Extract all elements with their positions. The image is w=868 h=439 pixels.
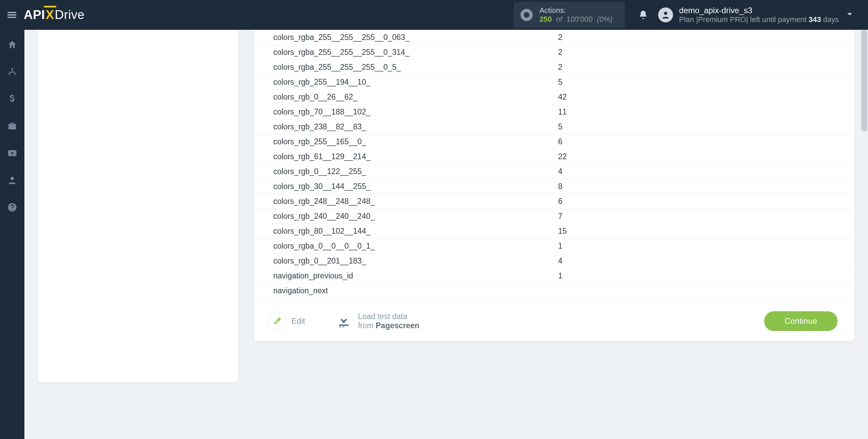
user-name: demo_apix-drive_s3 — [679, 6, 839, 15]
table-row: navigation_previous_id1 — [254, 268, 854, 283]
svg-point-4 — [11, 177, 14, 180]
field-key: colors_rgb_238__82__83_ — [273, 122, 558, 131]
page-content: colors_rgba_255__255__255__0_063_2colors… — [24, 30, 868, 439]
table-row: colors_rgb_255__194__10_5 — [254, 75, 854, 89]
field-key: colors_rgba_255__255__255__0_314_ — [273, 48, 558, 57]
field-key: colors_rgb_240__240__240_ — [273, 212, 558, 221]
help-icon[interactable] — [5, 201, 19, 214]
fields-table: colors_rgba_255__255__255__0_063_2colors… — [254, 30, 854, 298]
data-panel: colors_rgba_255__255__255__0_063_2colors… — [254, 30, 854, 341]
svg-rect-2 — [526, 13, 527, 14]
field-key: colors_rgb_80__102__144_ — [273, 227, 558, 236]
actions-label: Actions: — [539, 6, 613, 15]
logo[interactable]: APIXDrive — [24, 8, 84, 22]
logo-api: API — [24, 8, 45, 22]
table-row: colors_rgba_255__255__255__0_314_2 — [254, 45, 854, 60]
field-key: colors_rgba_255__255__255__0_5_ — [273, 63, 558, 72]
table-row: colors_rgb_30__144__255_8 — [254, 179, 854, 194]
table-row: colors_rgb_248__248__248_6 — [254, 194, 854, 209]
pencil-icon — [268, 312, 287, 331]
field-value: 6 — [558, 137, 563, 146]
field-value: 2 — [558, 63, 563, 72]
edit-label: Edit — [292, 317, 305, 326]
youtube-icon[interactable] — [5, 146, 19, 160]
actions-percent: (0%) — [597, 15, 612, 23]
field-key: colors_rgb_30__144__255_ — [273, 182, 558, 191]
field-value: 22 — [558, 152, 567, 161]
topbar: APIXDrive Actions: 250 of 100'000 (0%) d… — [0, 0, 868, 30]
home-icon[interactable] — [5, 38, 19, 51]
actions-text: Actions: 250 of 100'000 (0%) — [539, 6, 613, 24]
field-value: 4 — [558, 256, 563, 266]
field-value: 15 — [558, 227, 567, 236]
sidebar — [0, 30, 24, 439]
table-row: colors_rgb_80__102__144_15 — [254, 224, 854, 238]
scrollbar[interactable] — [861, 30, 867, 131]
field-value: 4 — [558, 167, 563, 176]
avatar-icon — [658, 7, 673, 22]
svg-rect-1 — [526, 14, 527, 16]
field-value: 5 — [558, 122, 563, 131]
logo-drive: Drive — [55, 8, 85, 22]
field-value: 1 — [558, 271, 563, 280]
load-line2: from Pagescreen — [358, 321, 420, 330]
continue-button[interactable]: Continue — [764, 311, 837, 331]
field-value: 42 — [558, 92, 567, 102]
table-row: colors_rgb_240__240__240_7 — [254, 209, 854, 224]
menu-toggle[interactable] — [0, 0, 24, 30]
svg-point-3 — [664, 12, 667, 15]
user-menu[interactable]: demo_apix-drive_s3 Plan |Premium PRO| le… — [653, 6, 868, 24]
field-key: colors_rgb_0__122__255_ — [273, 167, 558, 176]
download-icon — [336, 312, 352, 330]
field-key: colors_rgb_248__248__248_ — [273, 197, 558, 206]
panel-footer: Edit Load test data from Pagescreen Cont… — [254, 301, 854, 331]
field-key: colors_rgb_0__26__62_ — [273, 92, 558, 102]
field-value: 2 — [558, 33, 563, 42]
logo-x: X — [45, 8, 55, 22]
table-row: colors_rgb_61__129__214_22 — [254, 149, 854, 164]
table-row: colors_rgba_255__255__255__0_063_2 — [254, 30, 854, 45]
table-row: navigation_next — [254, 283, 854, 298]
actions-of: of — [556, 15, 562, 23]
field-key: colors_rgba_255__255__255__0_063_ — [273, 33, 558, 42]
load-line1: Load test data — [358, 312, 420, 321]
chevron-down-icon — [845, 9, 854, 20]
table-row: colors_rgba_0__0__0__0_1_1 — [254, 238, 854, 253]
info-icon — [520, 9, 533, 21]
table-row: colors_rgb_0__201__183_4 — [254, 253, 854, 268]
account-icon[interactable] — [5, 173, 19, 187]
field-value: 6 — [558, 197, 563, 206]
billing-icon[interactable] — [5, 92, 19, 106]
table-row: colors_rgb_0__26__62_42 — [254, 89, 854, 104]
field-key: colors_rgba_0__0__0__0_1_ — [273, 242, 558, 251]
field-key: navigation_next — [273, 286, 558, 295]
field-key: colors_rgb_255__194__10_ — [273, 78, 558, 87]
field-value: 8 — [558, 182, 563, 191]
briefcase-icon[interactable] — [5, 119, 19, 133]
field-key: colors_rgb_61__129__214_ — [273, 152, 558, 161]
user-plan-line: Plan |Premium PRO| left until payment 34… — [679, 15, 839, 24]
table-row: colors_rgba_255__255__255__0_5_2 — [254, 60, 854, 75]
field-value: 2 — [558, 48, 563, 57]
actions-counter[interactable]: Actions: 250 of 100'000 (0%) — [514, 2, 625, 28]
load-test-data-button[interactable]: Load test data from Pagescreen — [336, 312, 420, 330]
actions-total: 100'000 — [566, 15, 593, 23]
table-row: colors_rgb_70__188__102_11 — [254, 104, 854, 119]
field-value: 11 — [558, 107, 567, 117]
notifications-button[interactable] — [633, 10, 653, 20]
field-value: 7 — [558, 212, 563, 221]
field-value: 5 — [558, 78, 563, 87]
actions-count: 250 — [539, 15, 552, 23]
table-row: colors_rgb_255__165__0_6 — [254, 134, 854, 149]
field-key: navigation_previous_id — [273, 271, 558, 280]
table-row: colors_rgb_238__82__83_5 — [254, 119, 854, 134]
table-row: colors_rgb_0__122__255_4 — [254, 164, 854, 179]
edit-button[interactable]: Edit — [268, 312, 305, 331]
connections-icon[interactable] — [5, 65, 19, 79]
field-value: 1 — [558, 242, 563, 251]
field-key: colors_rgb_70__188__102_ — [273, 107, 558, 117]
left-panel — [38, 30, 238, 382]
field-key: colors_rgb_255__165__0_ — [273, 137, 558, 146]
field-key: colors_rgb_0__201__183_ — [273, 256, 558, 266]
